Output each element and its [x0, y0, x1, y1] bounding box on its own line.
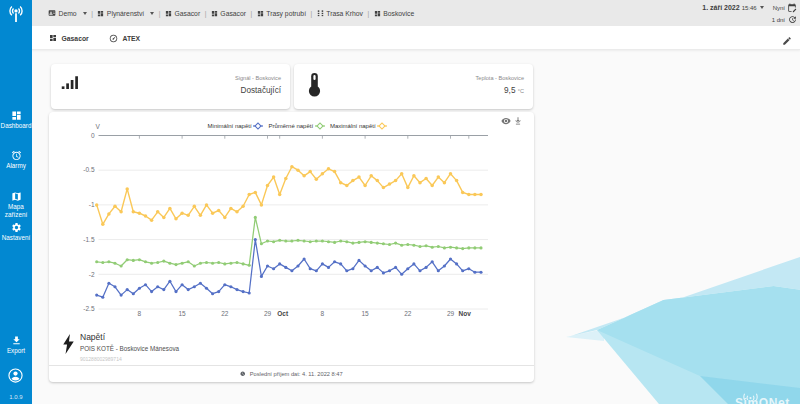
svg-text:15: 15 — [361, 310, 369, 317]
svg-text:22: 22 — [404, 310, 412, 317]
svg-text:15: 15 — [178, 310, 186, 317]
svg-text:-1.5: -1.5 — [83, 236, 95, 243]
svg-text:Oct: Oct — [277, 310, 289, 317]
svg-text:-2: -2 — [89, 271, 95, 278]
svg-text:8: 8 — [138, 310, 142, 317]
svg-text:-0.5: -0.5 — [83, 166, 95, 173]
svg-text:0: 0 — [91, 132, 95, 139]
svg-text:29: 29 — [264, 310, 272, 317]
svg-text:22: 22 — [221, 310, 229, 317]
svg-text:-1: -1 — [89, 201, 95, 208]
svg-text:8: 8 — [321, 310, 325, 317]
svg-text:-2.5: -2.5 — [83, 305, 95, 312]
svg-text:29: 29 — [447, 310, 455, 317]
svg-text:Nov: Nov — [459, 310, 472, 317]
